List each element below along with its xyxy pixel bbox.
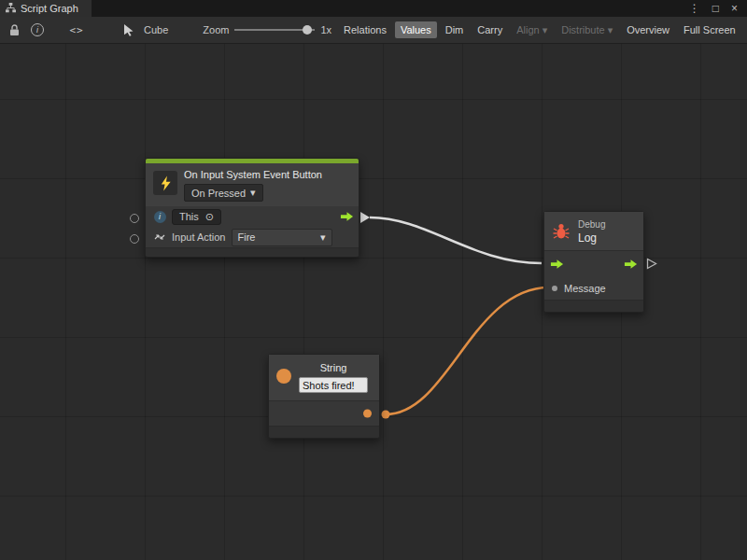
this-port-row: i This ⊙ — [146, 206, 359, 227]
input-action-port-row: Input Action Fire ▾ — [146, 227, 359, 247]
zoom-value: 1x — [320, 24, 331, 35]
flow-wire-start-arrow — [360, 212, 370, 223]
zoom-control: Zoom 1x — [203, 24, 331, 35]
control-input-port[interactable] — [550, 259, 564, 270]
cursor-icon — [120, 21, 137, 39]
toolbar-buttons: Relations Values Dim Carry Align▾ Distri… — [338, 21, 743, 39]
input-action-label: Input Action — [172, 231, 226, 243]
this-target-field[interactable]: This ⊙ — [172, 209, 221, 225]
lightning-icon — [153, 171, 177, 195]
menu-icon[interactable]: ⋮ — [689, 3, 700, 14]
zoom-slider[interactable] — [234, 29, 315, 31]
distribute-button[interactable]: Distribute▾ — [556, 21, 618, 39]
info-icon[interactable]: i — [29, 21, 46, 39]
debug-node-footer — [544, 300, 643, 312]
control-output-port[interactable] — [624, 259, 638, 270]
zoom-slider-handle[interactable] — [303, 25, 312, 35]
debug-node-category: Debug — [578, 219, 605, 230]
graph-target-label[interactable]: Cube — [144, 24, 168, 35]
flow-continue-icon — [646, 258, 657, 270]
gameobject-icon: i — [153, 211, 166, 223]
script-graph-window: Script Graph ⋮ □ × i <> Cube Zoom 1x — [0, 0, 747, 560]
event-node-title: On Input System Event Button — [184, 169, 322, 180]
carry-button[interactable]: Carry — [472, 21, 508, 38]
graph-toolbar: i <> Cube Zoom 1x Relations Values Dim C… — [0, 17, 747, 44]
message-port-row: Message — [544, 277, 643, 300]
debug-node-title: Log — [578, 231, 605, 245]
tab-label: Script Graph — [21, 3, 78, 14]
window-controls: ⋮ □ × — [689, 0, 747, 17]
tab-script-graph[interactable]: Script Graph — [0, 0, 92, 17]
string-output-port[interactable] — [363, 410, 372, 418]
chevron-down-icon: ▾ — [543, 24, 548, 36]
input-action-dropdown[interactable]: Fire ▾ — [232, 229, 332, 246]
lock-icon[interactable] — [6, 21, 22, 39]
align-button[interactable]: Align▾ — [511, 21, 553, 39]
string-output-row — [269, 400, 379, 426]
bug-icon — [552, 222, 571, 243]
string-value-wire — [386, 287, 549, 414]
event-node-footer — [146, 247, 359, 257]
string-node-footer — [269, 426, 379, 438]
node-on-input-system-event-button[interactable]: On Input System Event Button On Pressed … — [145, 158, 359, 258]
string-wire-endpoint — [382, 411, 390, 419]
relations-button[interactable]: Relations — [338, 21, 392, 38]
fullscreen-button[interactable]: Full Screen — [678, 21, 741, 38]
flow-wire — [370, 217, 542, 263]
node-debug-log[interactable]: Debug Log Message — [543, 211, 644, 313]
chevron-down-icon: ▾ — [608, 24, 613, 36]
control-output-port[interactable] — [340, 211, 354, 222]
event-state-dropdown[interactable]: On Pressed ▾ — [184, 184, 263, 202]
input-action-value-input-port[interactable] — [130, 234, 139, 244]
overview-button[interactable]: Overview — [621, 21, 675, 38]
event-node-header: On Input System Event Button On Pressed … — [146, 163, 359, 206]
node-string-literal[interactable]: String — [268, 354, 380, 439]
message-label: Message — [564, 283, 606, 294]
string-value-input[interactable] — [299, 377, 368, 393]
string-node-header: String — [269, 355, 379, 400]
debug-flow-row — [544, 250, 643, 277]
input-action-icon — [153, 231, 166, 243]
zoom-label: Zoom — [203, 24, 229, 35]
graph-canvas[interactable]: On Input System Event Button On Pressed … — [0, 44, 747, 560]
close-icon[interactable]: × — [731, 3, 738, 14]
chevron-down-icon: ▾ — [320, 231, 326, 244]
this-value-input-port[interactable] — [130, 214, 139, 223]
maximize-icon[interactable]: □ — [712, 3, 719, 14]
message-input-port[interactable] — [552, 286, 557, 291]
code-icon[interactable]: <> — [68, 21, 85, 39]
debug-node-header: Debug Log — [544, 212, 643, 250]
string-type-icon — [276, 369, 291, 384]
graph-icon — [6, 3, 16, 15]
string-node-title: String — [320, 362, 347, 373]
values-button[interactable]: Values — [395, 21, 437, 38]
titlebar: Script Graph ⋮ □ × — [0, 0, 747, 17]
dim-button[interactable]: Dim — [440, 21, 470, 38]
chevron-down-icon: ▾ — [250, 187, 256, 199]
target-picker-icon[interactable]: ⊙ — [205, 211, 214, 223]
